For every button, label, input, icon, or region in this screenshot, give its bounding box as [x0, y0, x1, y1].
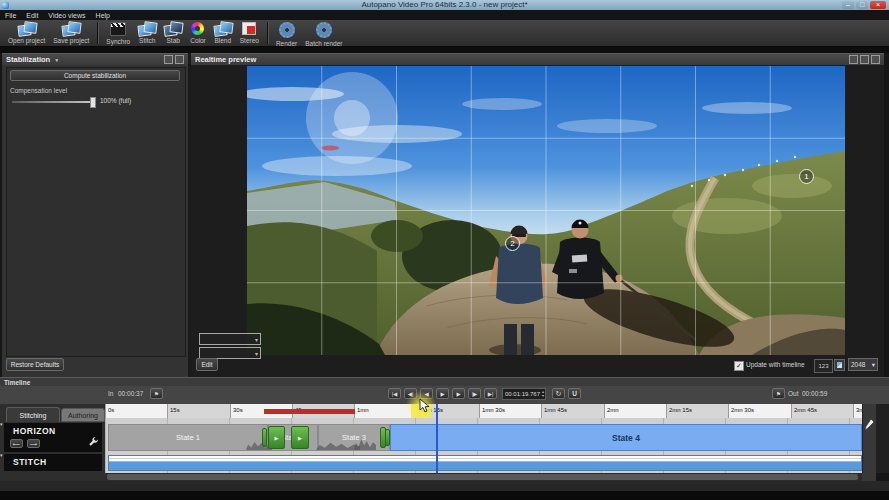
compensation-slider-handle[interactable] — [90, 97, 96, 108]
state-block-1[interactable]: State 1 — [108, 424, 268, 451]
horizontal-scrollbar-thumb[interactable] — [107, 474, 858, 480]
preview-popout-icon[interactable] — [849, 55, 858, 64]
toolbar-separator — [267, 22, 268, 44]
timeline-header: Timeline — [0, 377, 889, 386]
save-project-icon — [62, 22, 80, 35]
mouse-cursor — [419, 399, 431, 417]
preview-close-icon[interactable] — [871, 55, 880, 64]
resolution-select[interactable]: 2048 ▾ — [848, 358, 878, 371]
ruler-segment[interactable]: 2mn 30s — [728, 404, 791, 418]
preview-maximize-icon[interactable] — [860, 55, 869, 64]
synchro-button[interactable]: Synchro — [102, 20, 134, 48]
goto-out-button[interactable]: ▶| — [484, 388, 497, 399]
image-size-icon[interactable] — [834, 359, 845, 371]
play-button[interactable]: ▶ — [436, 388, 449, 399]
open-project-button[interactable]: Open project — [4, 20, 49, 48]
update-with-timeline-checkbox[interactable]: ✓ — [734, 361, 744, 371]
goto-in-button[interactable]: |◀ — [388, 388, 401, 399]
set-out-flag-button[interactable]: ⚑ — [772, 388, 785, 399]
camera-marker-1[interactable]: 1 — [799, 169, 814, 184]
right-edge — [876, 404, 889, 473]
chevron-down-icon: ▾ — [255, 350, 258, 357]
ruler-segment[interactable]: 15s — [167, 404, 230, 418]
menu-edit[interactable]: Edit — [26, 12, 38, 19]
panel-popout-icon[interactable] — [164, 55, 173, 64]
stitch-track-header[interactable]: STITCH — [4, 454, 102, 471]
chevron-down-icon: ▾ — [872, 361, 875, 369]
keyframe-marker[interactable] — [262, 428, 267, 447]
play-forward-button[interactable]: ▶ — [452, 388, 465, 399]
ruler-segment[interactable]: 2mn — [604, 404, 666, 418]
set-in-flag-button[interactable]: ⚑ — [150, 388, 163, 399]
ruler-segment[interactable]: 2mn 15s — [666, 404, 728, 418]
horizon-track-header[interactable]: HORIZON ⟵ ⟶ — [4, 423, 102, 452]
blend-button[interactable]: Blend — [210, 20, 236, 48]
ruler-segment[interactable]: 0s — [105, 404, 167, 418]
stitch-track-block[interactable] — [108, 455, 862, 471]
vertical-scrollbar[interactable] — [862, 404, 876, 473]
batch-render-button[interactable]: Batch render — [301, 20, 346, 48]
keyframe-marker[interactable]: ▶ — [268, 426, 285, 449]
loop-button[interactable]: ↻ — [552, 388, 565, 399]
menu-video-views[interactable]: Video views — [48, 12, 85, 19]
menu-file[interactable]: File — [5, 12, 16, 19]
in-label: In — [108, 390, 113, 397]
scrollbar-corner — [862, 473, 876, 481]
ruler-segment[interactable]: 2mn 45s — [791, 404, 853, 418]
menu-bar: File Edit Video views Help — [0, 10, 889, 20]
ruler-segment[interactable]: 1mn 45s — [541, 404, 604, 418]
stitch-button[interactable]: Stitch — [134, 20, 160, 48]
title-bar: Autopano Video Pro 64bits 2.3.0 - new pr… — [0, 0, 889, 10]
ruler-segment[interactable]: 3mn — [853, 404, 862, 418]
collapse-icon[interactable]: ▾ — [0, 421, 3, 427]
ruler-red-range-bar[interactable] — [264, 409, 355, 414]
compute-stabilization-button[interactable]: Compute stabilization — [10, 70, 180, 81]
edit-button[interactable]: Edit — [196, 358, 218, 371]
panel-close-icon[interactable] — [175, 55, 184, 64]
state-block-4[interactable]: State 4 — [390, 424, 862, 451]
panel-menu-arrow-icon[interactable]: ▼ — [54, 57, 59, 63]
keyframe-marker[interactable] — [385, 429, 390, 446]
stab-button[interactable]: Stab — [160, 20, 186, 48]
window-title: Autopano Video Pro 64bits 2.3.0 - new pr… — [0, 0, 889, 10]
save-project-button[interactable]: Save project — [49, 20, 93, 48]
timecode-spinner[interactable]: ▴▾ — [542, 390, 545, 398]
horizon-prev-button[interactable]: ⟵ — [10, 439, 23, 448]
camera-marker-2[interactable]: 2 — [505, 236, 520, 251]
close-button[interactable]: × — [870, 1, 886, 9]
app-icon — [2, 2, 9, 9]
playhead[interactable] — [436, 404, 438, 473]
video-preview-frame[interactable] — [247, 66, 845, 355]
preview-width-field[interactable]: 123 — [814, 359, 833, 373]
blend-icon — [214, 22, 232, 35]
preview-panel-title: Realtime preview — [195, 55, 256, 64]
render-button[interactable]: Render — [272, 20, 301, 48]
horizon-next-button[interactable]: ⟶ — [27, 439, 40, 448]
ruler-segment[interactable]: 1mn 30s — [479, 404, 541, 418]
render-gear-icon — [279, 22, 295, 38]
menu-help[interactable]: Help — [96, 12, 110, 19]
restore-defaults-button[interactable]: Restore Defaults — [6, 358, 64, 371]
minimize-button[interactable]: – — [842, 1, 854, 9]
synchro-clapperboard-icon — [110, 22, 126, 36]
pencil-cursor — [864, 417, 875, 435]
stereo-button[interactable]: Stereo — [236, 20, 263, 48]
tab-authoring[interactable]: Authoring — [61, 408, 105, 422]
timeline-panel-title: Timeline — [4, 379, 30, 386]
stabilization-panel-body — [6, 67, 186, 357]
color-button[interactable]: Color — [186, 20, 210, 48]
color-wheel-icon — [191, 22, 204, 35]
stereo-icon — [242, 22, 256, 35]
timecode-field[interactable]: 00:01:19.767 ▴▾ — [502, 388, 546, 400]
horizontal-scrollbar[interactable] — [105, 473, 862, 481]
keyframe-marker[interactable]: ▶ — [291, 426, 309, 449]
u-button[interactable]: U — [568, 388, 581, 399]
step-forward-button[interactable]: |▶ — [468, 388, 481, 399]
wrench-icon[interactable] — [88, 436, 99, 449]
compensation-slider-track[interactable] — [12, 101, 92, 103]
tab-stitching[interactable]: Stitching — [6, 407, 60, 422]
collapse-icon[interactable]: ▾ — [0, 452, 3, 458]
toolbar-separator — [97, 22, 98, 44]
maximize-button[interactable]: □ — [856, 1, 868, 9]
preview-overlay-select-1[interactable]: ▾ — [199, 333, 261, 345]
